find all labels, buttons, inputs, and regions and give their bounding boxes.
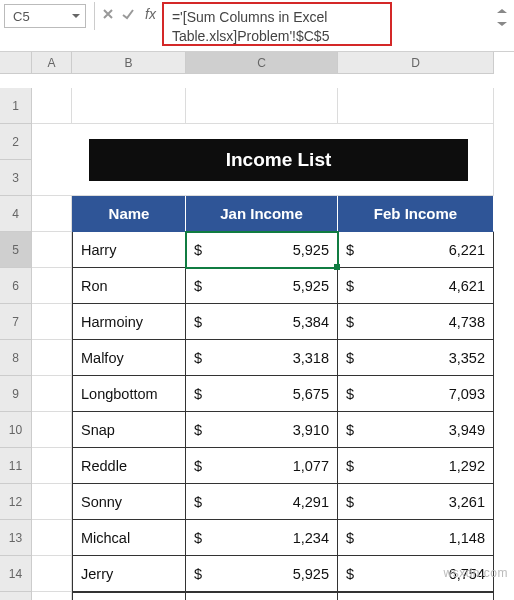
table-cell-feb[interactable]: $3,949 (338, 412, 494, 448)
table-cell-name[interactable]: Harry (72, 232, 186, 268)
table-cell-jan[interactable]: $3,910 (186, 412, 338, 448)
cell[interactable] (32, 376, 72, 412)
formula-buttons: fx (101, 6, 156, 22)
cell[interactable] (32, 448, 72, 484)
table-header-feb[interactable]: Feb Income (338, 196, 494, 232)
table-cell-feb[interactable]: $3,352 (338, 340, 494, 376)
table-cell-total-feb[interactable]: $42,430 (338, 592, 494, 600)
table-header-jan[interactable]: Jan Income (186, 196, 338, 232)
cell[interactable] (32, 232, 72, 268)
cell[interactable] (32, 520, 72, 556)
name-box[interactable]: C5 (4, 4, 86, 28)
table-cell-feb[interactable]: $1,148 (338, 520, 494, 556)
formula-bar-expand[interactable] (496, 2, 510, 29)
table-cell-name[interactable]: Longbottom (72, 376, 186, 412)
row-header-8[interactable]: 8 (0, 340, 32, 376)
row-header-9[interactable]: 9 (0, 376, 32, 412)
row-header-15[interactable]: 15 (0, 592, 32, 600)
watermark: wsxdn.com (443, 566, 508, 580)
table-cell-name[interactable]: Ron (72, 268, 186, 304)
table-cell-name[interactable]: Snap (72, 412, 186, 448)
cell[interactable] (32, 592, 72, 600)
cell[interactable] (338, 88, 494, 124)
cell[interactable] (32, 340, 72, 376)
table-cell-jan[interactable]: $1,077 (186, 448, 338, 484)
title-area[interactable]: Income List (32, 124, 494, 196)
col-header-B[interactable]: B (72, 52, 186, 74)
table-cell-feb[interactable]: $4,621 (338, 268, 494, 304)
table-header-name[interactable]: Name (72, 196, 186, 232)
formula-text-line1: ='[Sum Columns in Excel (172, 8, 382, 27)
cell[interactable] (32, 88, 72, 124)
table-cell-feb[interactable]: $4,738 (338, 304, 494, 340)
row-header-14[interactable]: 14 (0, 556, 32, 592)
table-cell-name[interactable]: Malfoy (72, 340, 186, 376)
cell[interactable] (32, 268, 72, 304)
table-cell-jan[interactable]: $5,925 (186, 556, 338, 592)
row-header-11[interactable]: 11 (0, 448, 32, 484)
table-cell-feb[interactable]: $1,292 (338, 448, 494, 484)
table-cell-feb[interactable]: $6,221 (338, 232, 494, 268)
row-header-1[interactable]: 1 (0, 88, 32, 124)
chevron-down-icon[interactable] (71, 8, 81, 24)
page-title: Income List (89, 139, 467, 181)
row-header-12[interactable]: 12 (0, 484, 32, 520)
table-cell-jan[interactable]: $5,675 (186, 376, 338, 412)
row-header-7[interactable]: 7 (0, 304, 32, 340)
cell[interactable] (32, 484, 72, 520)
formula-bar: C5 fx ='[Sum Columns in Excel Table.xlsx… (0, 0, 514, 52)
table-cell-jan[interactable]: $3,318 (186, 340, 338, 376)
table-cell-name[interactable]: Jerry (72, 556, 186, 592)
fx-icon[interactable]: fx (145, 6, 156, 22)
table-cell-name[interactable]: Michcal (72, 520, 186, 556)
table-cell-jan[interactable]: $5,925 (186, 268, 338, 304)
cell[interactable] (186, 88, 338, 124)
col-header-A[interactable]: A (32, 52, 72, 74)
name-box-value: C5 (13, 9, 30, 24)
cancel-icon[interactable] (101, 7, 115, 21)
table-cell-name[interactable]: Harmoiny (72, 304, 186, 340)
table-cell-total-label[interactable]: Total (72, 592, 186, 600)
table-cell-jan[interactable]: $5,925 (186, 232, 338, 268)
cell[interactable] (32, 556, 72, 592)
row-header-13[interactable]: 13 (0, 520, 32, 556)
row-header-6[interactable]: 6 (0, 268, 32, 304)
row-header-5[interactable]: 5 (0, 232, 32, 268)
select-all-cell[interactable] (0, 52, 32, 74)
table-cell-total-jan[interactable]: $42,664 (186, 592, 338, 600)
check-icon[interactable] (121, 7, 135, 21)
formula-text-line2: Table.xlsx]Problem'!$C$5 (172, 27, 382, 46)
cell[interactable] (32, 196, 72, 232)
cell[interactable] (32, 304, 72, 340)
table-cell-name[interactable]: Sonny (72, 484, 186, 520)
row-header-4[interactable]: 4 (0, 196, 32, 232)
table-cell-jan[interactable]: $1,234 (186, 520, 338, 556)
table-cell-jan[interactable]: $5,384 (186, 304, 338, 340)
cell[interactable] (72, 88, 186, 124)
table-cell-feb[interactable]: $3,261 (338, 484, 494, 520)
row-header-2[interactable]: 2 (0, 124, 32, 160)
spreadsheet-grid: A B C D 1 2 Income List 3 4 Name Jan Inc… (0, 52, 514, 600)
row-header-3[interactable]: 3 (0, 160, 32, 196)
col-header-C[interactable]: C (186, 52, 338, 74)
col-header-D[interactable]: D (338, 52, 494, 74)
formula-input[interactable]: ='[Sum Columns in Excel Table.xlsx]Probl… (162, 2, 392, 46)
divider (94, 2, 95, 30)
row-header-10[interactable]: 10 (0, 412, 32, 448)
table-cell-jan[interactable]: $4,291 (186, 484, 338, 520)
table-cell-feb[interactable]: $7,093 (338, 376, 494, 412)
table-cell-name[interactable]: Reddle (72, 448, 186, 484)
cell[interactable] (32, 412, 72, 448)
